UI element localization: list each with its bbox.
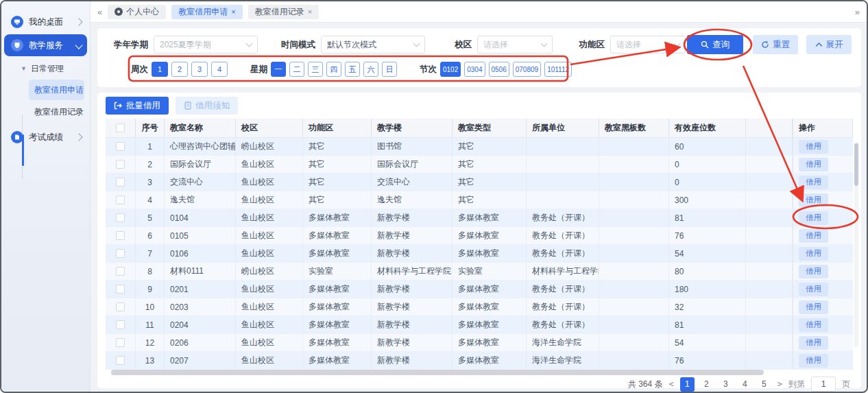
table-cell: [527, 174, 599, 191]
search-button[interactable]: 查询: [687, 35, 743, 54]
close-icon[interactable]: ×: [308, 8, 312, 16]
horizontal-scrollbar-thumb[interactable]: [111, 370, 764, 375]
week-chip-3[interactable]: 3: [191, 62, 208, 77]
period-chip-101112[interactable]: 101112: [544, 62, 572, 77]
week-chip-1[interactable]: 1: [152, 62, 168, 77]
sidebar-item-teaching-service[interactable]: 教学服务: [4, 34, 87, 56]
tab-label: 教室借用申请: [178, 6, 228, 18]
sidebar-item-daily-management[interactable]: ▼ 日常管理: [1, 59, 90, 78]
row-checkbox[interactable]: [116, 338, 125, 347]
vertical-scrollbar-thumb[interactable]: [854, 143, 858, 186]
row-checkbox[interactable]: [116, 320, 125, 329]
day-chip-三[interactable]: 三: [308, 62, 323, 77]
row-checkbox[interactable]: [116, 213, 125, 222]
row-checkbox[interactable]: [116, 302, 125, 311]
period-chip-0506[interactable]: 0506: [489, 62, 509, 77]
borrow-button[interactable]: 借用: [799, 211, 828, 225]
sidebar-item-classroom-borrow-apply[interactable]: 教室借用申请: [29, 80, 84, 100]
tab-classroom-borrow-records[interactable]: 教室借用记录 ×: [248, 5, 319, 19]
collapse-tabs-left-icon[interactable]: «: [97, 7, 102, 17]
sidebar-item-classroom-borrow-records[interactable]: 教室借用记录: [29, 102, 84, 122]
semester-select[interactable]: 2025夏季学期: [154, 36, 258, 53]
table-cell: 多媒体教室: [453, 209, 527, 226]
function-zone-select[interactable]: 请选择: [610, 36, 686, 53]
week-chip-2[interactable]: 2: [171, 62, 188, 77]
borrow-button[interactable]: 借用: [799, 336, 828, 350]
horizontal-scrollbar[interactable]: [106, 370, 853, 375]
page-number-1[interactable]: 1: [680, 377, 695, 392]
borrow-button[interactable]: 借用: [799, 158, 828, 171]
day-chip-二[interactable]: 二: [289, 62, 304, 77]
tab-personal-center[interactable]: 个人中心: [108, 5, 166, 19]
borrow-button[interactable]: 借用: [799, 318, 828, 332]
select-all-checkbox[interactable]: [116, 123, 125, 132]
day-chip-一[interactable]: 一: [271, 62, 286, 77]
day-chip-四[interactable]: 四: [326, 62, 341, 77]
table-header-row: 序号教室名称校区功能区教学楼教室类型所属单位教室黑板数有效座位数操作: [106, 119, 853, 138]
row-checkbox[interactable]: [116, 285, 125, 294]
close-icon[interactable]: ×: [231, 8, 235, 16]
day-chip-五[interactable]: 五: [345, 62, 360, 77]
expand-button[interactable]: 展开: [806, 35, 852, 54]
borrow-button[interactable]: 借用: [799, 300, 828, 314]
borrow-button[interactable]: 借用: [799, 283, 828, 296]
table-cell: 0106: [165, 245, 236, 262]
goto-suffix: 页: [842, 379, 850, 390]
row-checkbox[interactable]: [116, 267, 125, 276]
reset-button[interactable]: 重置: [753, 35, 798, 54]
table-cell: 多媒体教室: [303, 334, 372, 351]
page-number-5[interactable]: 5: [757, 377, 771, 392]
row-checkbox[interactable]: [116, 142, 125, 151]
borrow-button[interactable]: 借用: [799, 193, 828, 207]
row-checkbox[interactable]: [116, 160, 125, 169]
borrow-notice-button[interactable]: 借用须知: [176, 97, 238, 115]
tab-classroom-borrow-apply[interactable]: 教室借用申请 ×: [171, 5, 242, 19]
table-cell: 鱼山校区: [236, 209, 303, 226]
page-number-4[interactable]: 4: [738, 377, 752, 392]
borrow-button[interactable]: 借用: [799, 247, 828, 261]
table-cell: 76: [669, 227, 746, 244]
sidebar-item-exam-scores[interactable]: 考试成绩: [4, 126, 87, 148]
table-cell-spacer: [746, 138, 793, 155]
period-chip-070809[interactable]: 070809: [513, 62, 541, 77]
expand-button-label: 展开: [826, 39, 843, 51]
period-chip-0102[interactable]: 0102: [440, 62, 461, 77]
collapse-tabs-right-icon[interactable]: »: [855, 7, 860, 17]
row-checkbox[interactable]: [116, 195, 125, 204]
borrow-button[interactable]: 借用: [799, 265, 828, 278]
row-checkbox[interactable]: [116, 249, 125, 258]
table-cell: 其它: [453, 191, 527, 209]
day-chip-日[interactable]: 日: [382, 62, 397, 77]
row-checkbox[interactable]: [116, 356, 125, 365]
table-row: 100203鱼山校区多媒体教室新教学楼多媒体教室教务处（开课）32借用: [106, 298, 853, 316]
prev-page-icon[interactable]: <: [669, 379, 674, 389]
borrow-button[interactable]: 借用: [799, 229, 828, 243]
batch-borrow-button[interactable]: 批量借用: [106, 97, 169, 115]
row-checkbox[interactable]: [116, 178, 125, 187]
table-cell: [527, 156, 599, 173]
period-chip-0304[interactable]: 0304: [464, 62, 485, 77]
borrow-button[interactable]: 借用: [799, 140, 828, 154]
borrow-button[interactable]: 借用: [799, 176, 828, 189]
table-cell: [599, 174, 669, 191]
reset-button-label: 重置: [773, 39, 790, 51]
campus-select[interactable]: 请选择: [477, 36, 553, 53]
next-page-icon[interactable]: >: [777, 379, 782, 389]
table-cell: 多媒体教室: [453, 227, 527, 244]
table-cell: 鱼山校区: [236, 156, 303, 173]
table-cell: 300: [669, 191, 746, 209]
row-checkbox[interactable]: [116, 231, 125, 240]
time-mode-select[interactable]: 默认节次模式: [321, 36, 425, 53]
sidebar-item-my-desktop[interactable]: 我的桌面: [4, 11, 87, 33]
week-chip-4[interactable]: 4: [211, 62, 228, 77]
borrow-button[interactable]: 借用: [799, 354, 828, 368]
table-row: 8材料0111崂山校区实验室材料科学与工程学院实验室材料科学与工程学院80借用: [106, 263, 853, 281]
page-number-2[interactable]: 2: [699, 377, 714, 392]
goto-page-input[interactable]: [811, 377, 836, 392]
day-chip-group: 一二三四五六日: [267, 62, 397, 77]
day-chip-六[interactable]: 六: [363, 62, 378, 77]
vertical-scrollbar[interactable]: [854, 142, 858, 347]
table-cell: 国际会议厅: [372, 156, 453, 173]
page-number-3[interactable]: 3: [719, 377, 733, 392]
sidebar-item-label: 我的桌面: [29, 16, 71, 28]
